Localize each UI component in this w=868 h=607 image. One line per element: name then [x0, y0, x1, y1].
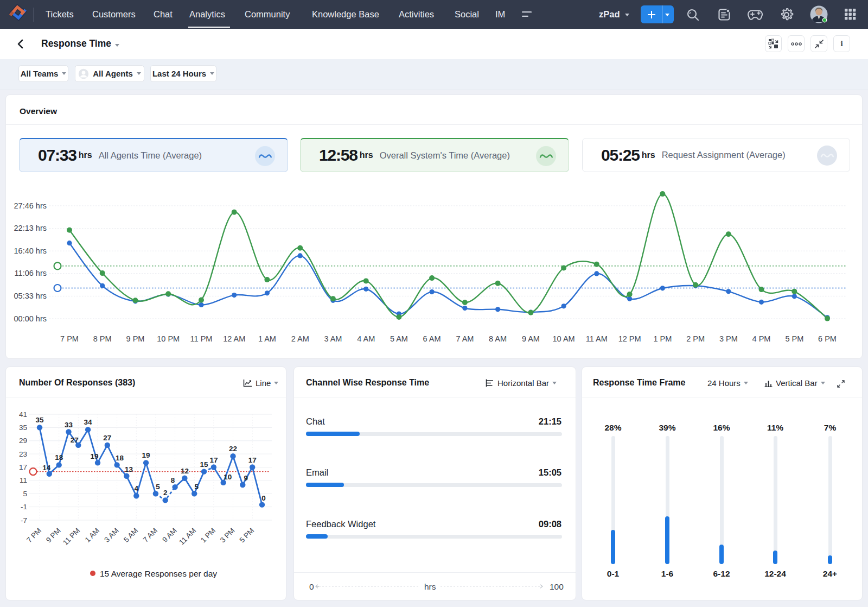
- svg-text:9 PM: 9 PM: [44, 527, 62, 545]
- svg-text:34: 34: [84, 418, 93, 426]
- svg-text:2 PM: 2 PM: [686, 334, 705, 343]
- svg-text:17: 17: [19, 463, 27, 471]
- svg-text:4 AM: 4 AM: [357, 334, 375, 343]
- svg-text:12 PM: 12 PM: [618, 334, 641, 343]
- svg-text:05:33 hrs: 05:33 hrs: [14, 292, 47, 300]
- svg-text:10: 10: [224, 473, 232, 481]
- svg-text:27:46 hrs: 27:46 hrs: [14, 201, 47, 210]
- svg-text:15: 15: [200, 460, 208, 469]
- svg-text:18: 18: [116, 454, 124, 462]
- svg-text:5: 5: [23, 490, 27, 498]
- svg-text:8: 8: [171, 476, 175, 484]
- svg-text:-1: -1: [21, 503, 27, 511]
- svg-text:4: 4: [135, 484, 139, 492]
- svg-text:11:06 hrs: 11:06 hrs: [15, 269, 47, 277]
- svg-text:17: 17: [209, 456, 218, 464]
- svg-text:27: 27: [103, 434, 111, 442]
- svg-text:29: 29: [19, 437, 27, 445]
- svg-text:7 AM: 7 AM: [142, 527, 159, 544]
- svg-text:23: 23: [19, 450, 27, 458]
- svg-text:1 AM: 1 AM: [84, 527, 101, 544]
- svg-text:16:40 hrs: 16:40 hrs: [14, 246, 47, 255]
- svg-text:19: 19: [90, 452, 98, 460]
- svg-text:7 PM: 7 PM: [25, 527, 43, 545]
- svg-text:4 PM: 4 PM: [752, 334, 771, 343]
- svg-text:3 PM: 3 PM: [219, 527, 237, 545]
- svg-text:9 AM: 9 AM: [161, 527, 178, 544]
- svg-text:14: 14: [42, 464, 51, 472]
- svg-text:11 PM: 11 PM: [190, 334, 213, 343]
- svg-text:00:00 hrs: 00:00 hrs: [14, 314, 47, 323]
- svg-text:19: 19: [142, 451, 150, 459]
- svg-text:0: 0: [261, 494, 266, 502]
- svg-text:5 AM: 5 AM: [122, 527, 139, 544]
- svg-text:11 AM: 11 AM: [177, 527, 197, 547]
- svg-text:15 Average Responses per day: 15 Average Responses per day: [100, 569, 217, 578]
- svg-text:3 PM: 3 PM: [719, 334, 738, 343]
- svg-text:10 AM: 10 AM: [553, 334, 575, 343]
- svg-text:6 PM: 6 PM: [818, 334, 837, 343]
- svg-text:12 AM: 12 AM: [223, 334, 245, 343]
- svg-text:22: 22: [229, 445, 237, 453]
- svg-text:27: 27: [71, 436, 79, 444]
- svg-text:13: 13: [125, 465, 133, 473]
- svg-text:3 AM: 3 AM: [324, 334, 342, 343]
- svg-text:22:13 hrs: 22:13 hrs: [14, 224, 47, 232]
- svg-text:7 PM: 7 PM: [60, 334, 79, 343]
- svg-text:2: 2: [163, 489, 168, 497]
- svg-text:5: 5: [194, 483, 199, 491]
- svg-text:17: 17: [248, 456, 257, 464]
- svg-text:1 PM: 1 PM: [653, 334, 672, 343]
- svg-text:5: 5: [156, 483, 160, 491]
- svg-text:1 AM: 1 AM: [258, 334, 276, 343]
- svg-text:11: 11: [20, 476, 27, 484]
- svg-text:33: 33: [65, 421, 73, 429]
- svg-text:10 PM: 10 PM: [157, 334, 180, 343]
- svg-text:11 AM: 11 AM: [586, 334, 608, 343]
- svg-text:7 AM: 7 AM: [456, 334, 474, 343]
- svg-text:11 PM: 11 PM: [61, 527, 81, 547]
- svg-text:9: 9: [244, 474, 248, 482]
- svg-text:8 AM: 8 AM: [489, 334, 507, 343]
- svg-text:8 PM: 8 PM: [93, 334, 112, 343]
- svg-text:5 PM: 5 PM: [785, 334, 803, 343]
- svg-text:5 AM: 5 AM: [390, 334, 408, 343]
- svg-text:35: 35: [35, 416, 44, 424]
- svg-text:2 AM: 2 AM: [291, 334, 309, 343]
- svg-text:35: 35: [19, 423, 27, 432]
- svg-text:9 AM: 9 AM: [522, 334, 540, 343]
- svg-text:1 PM: 1 PM: [199, 527, 217, 545]
- svg-text:-7: -7: [21, 516, 27, 524]
- svg-text:5 PM: 5 PM: [238, 527, 256, 545]
- svg-text:12: 12: [181, 467, 189, 475]
- svg-text:6 AM: 6 AM: [423, 334, 441, 343]
- svg-text:9 PM: 9 PM: [126, 334, 145, 343]
- svg-text:18: 18: [55, 453, 63, 461]
- svg-text:3 AM: 3 AM: [103, 527, 120, 544]
- svg-text:41: 41: [19, 410, 27, 419]
